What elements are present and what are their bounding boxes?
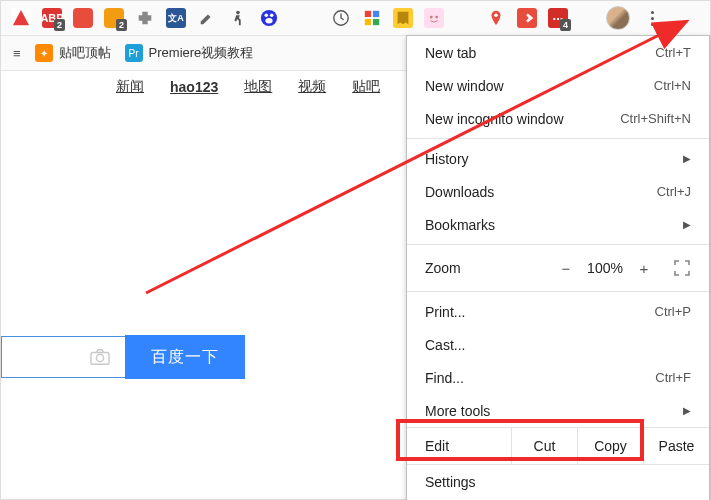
search-button[interactable]: 百度一下 bbox=[125, 335, 245, 379]
ext-icon-puzzle[interactable] bbox=[135, 8, 155, 28]
svg-marker-0 bbox=[13, 10, 29, 25]
nav-video[interactable]: 视频 bbox=[298, 78, 326, 96]
svg-point-4 bbox=[270, 14, 274, 18]
svg-rect-7 bbox=[365, 11, 371, 17]
extensions-row: ABP2 2 文A ···4 bbox=[1, 1, 710, 36]
tieba-icon: ✦ bbox=[35, 44, 53, 62]
menu-copy[interactable]: Copy bbox=[577, 428, 643, 464]
menu-cast[interactable]: Cast... bbox=[407, 328, 709, 361]
search-input-box[interactable] bbox=[1, 336, 125, 378]
svg-point-12 bbox=[435, 16, 438, 19]
svg-point-5 bbox=[265, 18, 272, 23]
ext-icon-note[interactable] bbox=[393, 8, 413, 28]
zoom-value: 100% bbox=[581, 260, 629, 276]
camera-icon[interactable] bbox=[89, 348, 111, 366]
bookmark-tieba[interactable]: ✦ 贴吧顶帖 bbox=[35, 44, 111, 62]
menu-edit-row: Edit Cut Copy Paste bbox=[407, 427, 709, 465]
menu-paste[interactable]: Paste bbox=[643, 428, 709, 464]
ext-icon-cat[interactable] bbox=[424, 8, 444, 28]
svg-point-11 bbox=[430, 16, 433, 19]
zoom-out[interactable]: − bbox=[551, 260, 581, 277]
svg-rect-8 bbox=[373, 11, 379, 17]
ext-icon-walk[interactable] bbox=[228, 8, 248, 28]
ext-icon-lastpass[interactable]: ···4 bbox=[548, 8, 568, 28]
svg-point-13 bbox=[494, 14, 498, 18]
menu-find[interactable]: Find...Ctrl+F bbox=[407, 361, 709, 394]
svg-point-15 bbox=[96, 354, 103, 361]
nav-map[interactable]: 地图 bbox=[244, 78, 272, 96]
bookmarks-label: ≡ bbox=[13, 46, 21, 61]
svg-point-1 bbox=[236, 11, 240, 15]
zoom-in[interactable]: + bbox=[629, 260, 659, 277]
menu-downloads[interactable]: DownloadsCtrl+J bbox=[407, 175, 709, 208]
profile-avatar[interactable] bbox=[606, 6, 630, 30]
bookmark-premiere[interactable]: Pr Premiere视频教程 bbox=[125, 44, 254, 62]
chrome-menu-button[interactable] bbox=[641, 7, 663, 29]
menu-history[interactable]: History▶ bbox=[407, 142, 709, 175]
ext-icon-pdf[interactable] bbox=[11, 8, 31, 28]
ext-icon-red[interactable] bbox=[73, 8, 93, 28]
menu-new-window[interactable]: New windowCtrl+N bbox=[407, 69, 709, 102]
menu-bookmarks[interactable]: Bookmarks▶ bbox=[407, 208, 709, 241]
ext-icon-pin[interactable] bbox=[486, 8, 506, 28]
chrome-menu: New tabCtrl+T New windowCtrl+N New incog… bbox=[406, 35, 710, 500]
premiere-icon: Pr bbox=[125, 44, 143, 62]
ext-icon-translate[interactable]: 文A bbox=[166, 8, 186, 28]
ext-icon-clock[interactable] bbox=[331, 8, 351, 28]
nav-hao123[interactable]: hao123 bbox=[170, 79, 218, 95]
menu-cut[interactable]: Cut bbox=[511, 428, 577, 464]
svg-rect-10 bbox=[373, 19, 379, 25]
menu-more-tools[interactable]: More tools▶ bbox=[407, 394, 709, 427]
menu-zoom: Zoom − 100% + bbox=[407, 248, 709, 288]
svg-rect-9 bbox=[365, 19, 371, 25]
ext-icon-baidu[interactable] bbox=[259, 8, 279, 28]
menu-settings[interactable]: Settings bbox=[407, 465, 709, 498]
ext-icon-abp[interactable]: ABP2 bbox=[42, 8, 62, 28]
nav-tieba[interactable]: 贴吧 bbox=[352, 78, 380, 96]
ext-icon-brush[interactable] bbox=[197, 8, 217, 28]
search-bar: 百度一下 bbox=[1, 335, 245, 379]
menu-print[interactable]: Print...Ctrl+P bbox=[407, 295, 709, 328]
menu-new-incognito[interactable]: New incognito windowCtrl+Shift+N bbox=[407, 102, 709, 135]
fullscreen-icon[interactable] bbox=[673, 259, 691, 277]
ext-icon-orange[interactable]: 2 bbox=[104, 8, 124, 28]
ext-icon-arrow[interactable] bbox=[517, 8, 537, 28]
ext-icon-google[interactable] bbox=[362, 8, 382, 28]
svg-point-3 bbox=[265, 14, 269, 18]
menu-new-tab[interactable]: New tabCtrl+T bbox=[407, 36, 709, 69]
nav-news[interactable]: 新闻 bbox=[116, 78, 144, 96]
